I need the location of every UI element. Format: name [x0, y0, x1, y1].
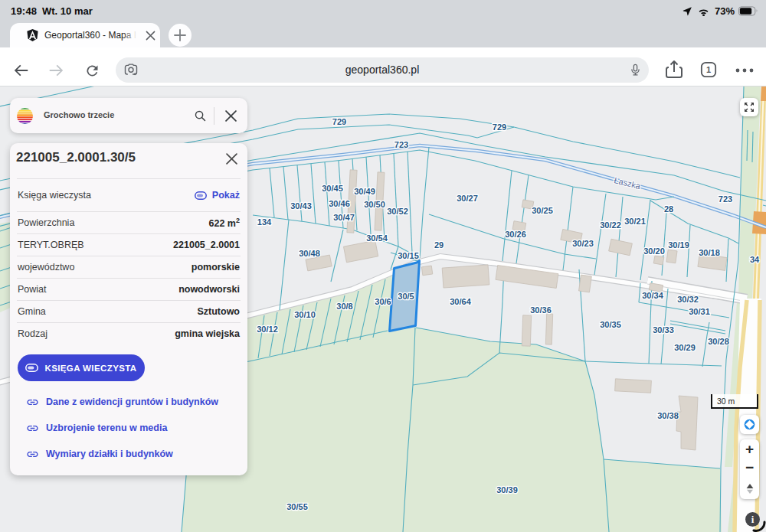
svg-text:729: 729 — [332, 117, 346, 126]
svg-text:30/6: 30/6 — [375, 297, 391, 306]
svg-text:30/12: 30/12 — [257, 325, 278, 334]
svg-text:30/25: 30/25 — [532, 206, 553, 215]
svg-text:30/50: 30/50 — [364, 200, 385, 209]
svg-text:30/33: 30/33 — [653, 325, 674, 335]
svg-text:34: 34 — [750, 255, 760, 264]
svg-text:30/5: 30/5 — [398, 292, 414, 301]
svg-text:30/27: 30/27 — [457, 194, 478, 203]
svg-text:30/29: 30/29 — [674, 343, 696, 352]
svg-text:30/52: 30/52 — [387, 207, 408, 216]
svg-text:30/32: 30/32 — [677, 295, 699, 304]
svg-text:30/46: 30/46 — [329, 199, 350, 208]
svg-text:30/36: 30/36 — [530, 305, 552, 315]
svg-text:30/19: 30/19 — [668, 240, 689, 250]
svg-text:30/38: 30/38 — [657, 411, 679, 420]
svg-text:30/22: 30/22 — [600, 220, 621, 230]
svg-text:1: 1 — [706, 65, 711, 74]
svg-text:30/45: 30/45 — [322, 184, 343, 193]
svg-text:30/39: 30/39 — [496, 485, 518, 494]
svg-text:30/8: 30/8 — [336, 302, 352, 311]
svg-text:30/47: 30/47 — [333, 213, 355, 222]
svg-text:723: 723 — [719, 194, 732, 204]
svg-text:30/20: 30/20 — [643, 246, 665, 256]
svg-text:729: 729 — [493, 122, 506, 132]
svg-text:30/10: 30/10 — [294, 310, 316, 319]
svg-text:134: 134 — [257, 217, 272, 227]
svg-text:30/18: 30/18 — [699, 248, 720, 257]
svg-text:723: 723 — [394, 140, 408, 149]
svg-text:30/34: 30/34 — [642, 291, 663, 300]
svg-text:30/23: 30/23 — [572, 239, 594, 248]
svg-text:30/48: 30/48 — [299, 249, 320, 258]
svg-text:30/55: 30/55 — [286, 502, 308, 511]
svg-text:29: 29 — [434, 240, 444, 250]
svg-text:30/54: 30/54 — [366, 233, 388, 243]
svg-text:30/64: 30/64 — [450, 297, 471, 306]
svg-text:30/43: 30/43 — [290, 201, 312, 211]
svg-text:30/15: 30/15 — [398, 251, 419, 260]
svg-text:28: 28 — [664, 204, 673, 214]
svg-text:30/35: 30/35 — [600, 320, 621, 329]
svg-text:30/26: 30/26 — [505, 230, 526, 239]
svg-text:30/49: 30/49 — [354, 187, 375, 196]
svg-text:30/28: 30/28 — [708, 337, 729, 346]
svg-text:30/21: 30/21 — [624, 217, 646, 226]
svg-text:30/31: 30/31 — [689, 307, 710, 316]
